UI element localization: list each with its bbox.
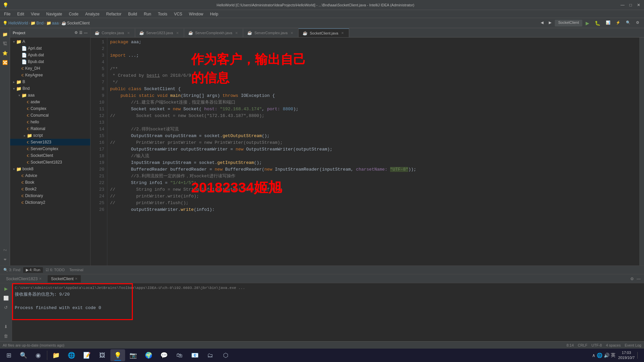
tree-item-book8[interactable]: ▾📁book8 [10, 166, 90, 172]
code-content[interactable]: package aaa; import ...; /** * Created b… [107, 38, 639, 265]
profile-button[interactable]: ⚡ [614, 20, 623, 26]
menu-navigate[interactable]: Navigate [44, 11, 65, 17]
taskbar-explorer[interactable]: 📁 [49, 349, 63, 361]
breadcrumb-folder1[interactable]: 📁 [31, 21, 36, 25]
editor-tab-3[interactable]: ☕ServerComplex.java✕ [243, 28, 299, 37]
activity-bottom1[interactable]: Z [1, 246, 9, 254]
close-runtab2[interactable]: ✕ [75, 277, 77, 281]
debug-button[interactable]: 🐛 [593, 20, 602, 26]
status-position[interactable]: 8:14 [567, 343, 574, 347]
menu-window[interactable]: Window [186, 11, 206, 17]
taskbar-files[interactable]: 🗂 [203, 349, 218, 361]
coverage-button[interactable]: 📊 [604, 20, 612, 26]
menu-analyze[interactable]: Analyze [83, 11, 102, 17]
tree-item-book2[interactable]: CBook2 [10, 186, 90, 192]
breadcrumb-bnd[interactable]: Bnd [36, 21, 43, 25]
search-button[interactable]: 🔍 [16, 349, 31, 361]
tree-item-asdw[interactable]: Casdw [10, 99, 90, 105]
editor-tab-1[interactable]: ☕Server1823.java✕ [135, 28, 184, 37]
tray-volume[interactable]: 🔊 [604, 353, 609, 358]
taskbar-mail[interactable]: 📧 [187, 349, 202, 361]
run-settings[interactable]: ⚙ [630, 276, 635, 282]
menu-tools[interactable]: Tools [155, 11, 170, 17]
bottom-run-tab[interactable]: ▶ 4: Run [23, 267, 43, 273]
run-play[interactable]: ▶ [2, 285, 10, 293]
activity-bottom2[interactable]: ❤ [1, 255, 9, 263]
editor-tab-2[interactable]: ☕ServerComplexkh.java✕ [184, 28, 244, 37]
nav-back[interactable]: ◀ [539, 20, 545, 26]
maximize-button[interactable]: □ [628, 2, 633, 8]
status-encoding[interactable]: UTF-8 [591, 343, 602, 347]
run-tab-socketclient1823[interactable]: SocketClient1823 ✕ [3, 275, 45, 283]
tray-network[interactable]: 🌐 [597, 353, 602, 358]
activity-git[interactable]: 🔀 [1, 58, 9, 66]
run-tab-socketclient[interactable]: SocketClient ✕ [48, 275, 81, 283]
run-clear[interactable]: 🗑 [2, 332, 10, 340]
run-button[interactable]: ▶ [584, 20, 591, 26]
bottom-find-tab[interactable]: 🔍 3: Find [1, 267, 22, 273]
taskbar-idea[interactable]: 💡 [110, 349, 125, 361]
tree-item-a[interactable]: ▾📁A [10, 38, 90, 45]
tree-item-complex[interactable]: CComplex [10, 105, 90, 112]
run-stop[interactable]: ⬜ [2, 294, 10, 302]
tree-item-rational[interactable]: CRational [10, 125, 90, 132]
tree-item-apri[interactable]: 📄Apri.dat [10, 45, 90, 52]
editor-tab-0[interactable]: ☕Complex.java✕ [91, 28, 135, 37]
tree-item-book[interactable]: CBook [10, 179, 90, 186]
tray-up[interactable]: ∧ [592, 353, 595, 358]
tree-item-hello[interactable]: Chello [10, 119, 90, 125]
breadcrumb-file[interactable]: SocketClient [67, 21, 90, 25]
minimize-button[interactable]: — [620, 2, 625, 8]
activity-structure[interactable]: 🏗 [1, 40, 9, 48]
menu-vcs[interactable]: VCS [171, 11, 185, 17]
run-config-selector[interactable]: SocketClient [555, 20, 582, 26]
tab-close-2[interactable]: ✕ [234, 31, 239, 35]
taskbar-store[interactable]: 🛍 [172, 349, 187, 361]
tree-item-b[interactable]: ▸📁B [10, 78, 90, 85]
menu-view[interactable]: View [28, 11, 42, 17]
run-rerun[interactable]: ↺ [2, 303, 10, 311]
project-expand[interactable]: ☰ [79, 31, 83, 35]
tree-item-bpub[interactable]: 📄Bpub.dat [10, 58, 90, 65]
tree-item-key_dh[interactable]: CKey_DH [10, 65, 90, 72]
menu-refactor[interactable]: Refactor [104, 11, 124, 17]
menu-edit[interactable]: Edit [14, 11, 27, 17]
close-button[interactable]: ✕ [636, 2, 641, 8]
menu-file[interactable]: File [1, 11, 13, 17]
run-scroll-end[interactable]: ⬇ [2, 322, 10, 330]
tree-item-servercomplex[interactable]: CServerComplex [10, 145, 90, 152]
taskbar-photos[interactable]: 🖼 [95, 349, 110, 361]
menu-code[interactable]: Code [66, 11, 81, 17]
tree-item-apub[interactable]: 📄Apub.dat [10, 52, 90, 58]
bottom-terminal-tab[interactable]: Terminal [67, 267, 86, 273]
taskbar-chrome[interactable]: 🌍 [141, 349, 156, 361]
breadcrumb-project[interactable]: HelloWorld [8, 21, 28, 25]
clock[interactable]: 17:03 2019/10/7 [618, 350, 635, 361]
breadcrumb-folder2[interactable]: 📁 [46, 21, 51, 25]
tree-item-advice[interactable]: CAdvice [10, 172, 90, 179]
tree-item-conumcal[interactable]: CConumcal [10, 112, 90, 119]
task-view[interactable]: ◉ [31, 349, 46, 361]
project-gear[interactable]: ⚙ [74, 31, 78, 35]
tree-item-socketclient1823[interactable]: CSocketClient1823 [10, 159, 90, 166]
settings-button[interactable]: ⚙ [634, 20, 641, 26]
bottom-todo-tab[interactable]: ☑ 6: TODO [44, 267, 67, 273]
tree-item-keyagree[interactable]: CKeyAgree [10, 72, 90, 78]
taskbar-misc[interactable]: ⬡ [218, 349, 233, 361]
tree-item-aaa[interactable]: ▾📁aaa [10, 92, 90, 99]
start-button[interactable]: ⊞ [1, 349, 16, 361]
menu-run[interactable]: Run [141, 11, 154, 17]
tray-lang[interactable]: 英 [611, 352, 615, 358]
show-desktop[interactable] [637, 352, 640, 359]
tree-item-bnd[interactable]: ▾📁Bnd [10, 85, 90, 92]
tree-item-dictionary[interactable]: CDictionary [10, 192, 90, 199]
status-indent[interactable]: 4 spaces [606, 343, 621, 347]
search-everywhere[interactable]: 🔍 [624, 20, 633, 26]
nav-forward[interactable]: ▶ [547, 20, 553, 26]
editor-tab-4[interactable]: ☕SocketClient.java✕ [299, 28, 349, 37]
taskbar-notepad[interactable]: 📝 [79, 349, 94, 361]
status-crlf[interactable]: CRLF [578, 343, 588, 347]
run-pin[interactable]: — [636, 276, 641, 282]
tree-item-script[interactable]: ▸📁script [10, 132, 90, 139]
tab-close-1[interactable]: ✕ [175, 31, 180, 35]
